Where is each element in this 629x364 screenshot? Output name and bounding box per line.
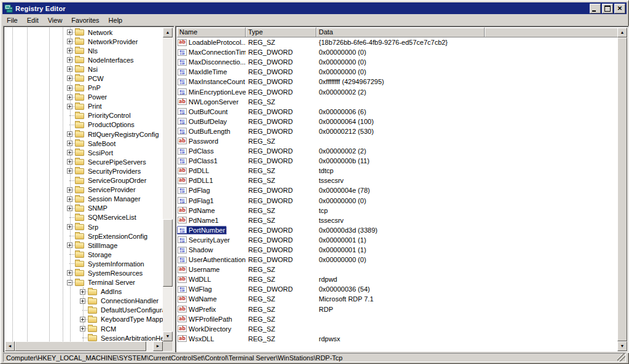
registry-value-row[interactable]: abPasswordREG_SZ (177, 136, 617, 146)
value-name-label[interactable]: SecurityLayer (189, 236, 230, 244)
tree-item[interactable]: ConnectionHandler (5, 296, 163, 306)
list-vertical-scrollbar[interactable]: ▲ ▼ (617, 28, 627, 351)
tree-item[interactable]: ScsiPort (5, 148, 163, 157)
registry-value-row[interactable]: 011110PdClassREG_DWORD0x00000002 (2) (177, 146, 617, 156)
tree-item-label[interactable]: PnP (87, 84, 102, 91)
tree-item[interactable]: RtlQueryRegistryConfig (5, 130, 163, 139)
value-name-label[interactable]: PdClass1 (189, 157, 217, 165)
minimize-button[interactable] (590, 4, 601, 14)
tree-item-label[interactable]: Storage (87, 251, 113, 258)
value-name-cell[interactable]: abUsername (177, 265, 246, 274)
tree-item-label[interactable]: Print (87, 103, 103, 110)
registry-value-row[interactable]: abPdDLL1REG_SZtssecsrv (177, 176, 617, 185)
registry-value-row[interactable]: 011110SecurityLayerREG_DWORD0x00000001 (… (177, 235, 617, 245)
registry-value-row[interactable]: 011110PdClass1REG_DWORD0x0000000b (11) (177, 156, 617, 166)
value-name[interactable]: 011110MaxInstanceCount (177, 77, 246, 86)
tree-item-label[interactable]: ServiceGroupOrder (87, 177, 147, 184)
tree-item[interactable]: SNMP (5, 204, 163, 213)
tree-item[interactable]: ServiceProvider (5, 185, 163, 195)
registry-value-row[interactable]: abUsernameREG_SZ (177, 265, 617, 274)
value-name-label[interactable]: MaxConnectionTime (189, 48, 246, 56)
value-name[interactable]: 011110OutBufLength (177, 127, 232, 136)
value-name-cell[interactable]: abPassword (177, 137, 246, 145)
value-name-cell[interactable]: abLoadableProtocol... (177, 38, 246, 47)
value-name-cell[interactable]: 011110MaxDisconnectio... (177, 58, 246, 66)
tree-item[interactable]: StillImage (5, 241, 163, 250)
menu-item-help[interactable]: Help (104, 15, 128, 25)
tree-item-label[interactable]: Nls (87, 47, 99, 55)
tree-item[interactable]: SafeBoot (5, 139, 163, 148)
registry-value-row[interactable]: abWdNameREG_SZMicrosoft RDP 7.1 (177, 294, 617, 304)
value-name-label[interactable]: OutBufCount (189, 108, 228, 115)
scroll-right-icon[interactable]: ► (153, 341, 163, 351)
value-name-cell[interactable]: abWsxDLL (177, 335, 246, 343)
registry-value-row[interactable]: 011110MaxConnectionTimeREG_DWORD0x000000… (177, 47, 617, 57)
registry-value-row[interactable]: 011110PdFlag1REG_DWORD0x00000000 (0) (177, 196, 617, 206)
menu-item-view[interactable]: View (44, 15, 68, 25)
tree-item[interactable]: Print (5, 102, 163, 111)
value-name-cell[interactable]: 011110MaxConnectionTime (177, 48, 246, 56)
scroll-up-icon[interactable]: ▲ (163, 28, 173, 37)
tree-item-label[interactable]: SrpExtensionConfig (87, 233, 149, 240)
value-name[interactable]: abWdName (177, 295, 219, 303)
value-name-label[interactable]: NWLogonServer (189, 98, 238, 106)
value-name-label[interactable]: PdName1 (189, 217, 219, 224)
value-name[interactable]: 011110SecurityLayer (177, 236, 232, 244)
tree-item-label[interactable]: ScsiPort (87, 149, 114, 157)
value-name-label[interactable]: WdDLL (189, 276, 211, 283)
tree-item[interactable]: PCW (5, 74, 163, 83)
value-name-cell[interactable]: abPdDLL (177, 166, 246, 175)
resize-grip-icon[interactable] (617, 354, 625, 362)
tree-item-label[interactable]: NetworkProvider (87, 38, 139, 45)
registry-value-row[interactable]: abWFProfilePathREG_SZ (177, 314, 617, 324)
registry-value-row[interactable]: 011110WdFlagREG_DWORD0x00000036 (54) (177, 284, 617, 294)
tree-item-label[interactable]: ConnectionHandler (100, 297, 160, 304)
tree-item-label[interactable]: SessionArbitrationHelper (100, 335, 163, 341)
registry-value-row[interactable]: 011110OutBufCountREG_DWORD0x00000006 (6) (177, 107, 617, 117)
tree-item-label[interactable]: PriorityControl (87, 112, 132, 119)
tree-vscroll-thumb[interactable] (163, 219, 173, 287)
value-name-label[interactable]: OutBufDelay (189, 118, 227, 125)
registry-value-row[interactable]: 011110UserAuthenticationREG_DWORD0x00000… (177, 255, 617, 265)
registry-value-row[interactable]: 011110ShadowREG_DWORD0x00000001 (1) (177, 245, 617, 255)
value-name-cell[interactable]: 011110Shadow (177, 246, 246, 254)
value-name[interactable]: 011110MaxIdleTime (177, 68, 229, 76)
value-name-cell[interactable]: abPdName1 (177, 216, 246, 225)
tree-item[interactable]: SQMServiceList (5, 213, 163, 222)
registry-value-row[interactable]: 011110PdFlagREG_DWORD0x0000004e (78) (177, 185, 617, 195)
registry-value-row[interactable]: 011110MaxDisconnectio...REG_DWORD0x00000… (177, 57, 617, 67)
value-name-label[interactable]: UserAuthentication (189, 256, 246, 263)
tree-item[interactable]: ServiceGroupOrder (5, 176, 163, 185)
tree-item-label[interactable]: Terminal Server (87, 279, 136, 286)
tree-item-label[interactable]: Power (87, 93, 108, 101)
registry-value-row[interactable]: 011110PortNumberREG_DWORD0x00000d3d (338… (177, 225, 617, 235)
expand-plus-icon[interactable] (67, 242, 72, 248)
expand-plus-icon[interactable] (67, 150, 72, 155)
tree-item[interactable]: NodeInterfaces (5, 55, 163, 64)
tree-item[interactable]: PriorityControl (5, 111, 163, 120)
tree-horizontal-scrollbar[interactable]: ◄ ► (5, 341, 163, 351)
value-name-cell[interactable]: 011110MaxInstanceCount (177, 77, 246, 86)
expand-plus-icon[interactable] (67, 39, 72, 44)
expand-plus-icon[interactable] (67, 141, 72, 146)
tree-item-label[interactable]: PCW (87, 75, 105, 82)
tree-item-label[interactable]: SafeBoot (87, 140, 117, 147)
value-name-cell[interactable]: 011110OutBufDelay (177, 117, 246, 126)
value-name-cell[interactable]: abWdDLL (177, 275, 246, 284)
registry-value-row[interactable]: 011110OutBufDelayREG_DWORD0x00000064 (10… (177, 117, 617, 126)
tree-item-label[interactable]: SQMServiceList (87, 214, 138, 221)
registry-value-row[interactable]: abWsxDLLREG_SZrdpwsx (177, 334, 617, 344)
column-header-type[interactable]: Type (246, 28, 316, 37)
value-name[interactable]: 011110UserAuthentication (177, 255, 246, 264)
tree-item-label[interactable]: KeyboardType Mapping (100, 316, 163, 323)
expand-plus-icon[interactable] (80, 289, 85, 295)
tree-item[interactable]: Nls (5, 46, 163, 55)
value-name-cell[interactable]: 011110MinEncryptionLevel (177, 88, 246, 96)
value-name[interactable]: abPdDLL1 (177, 176, 215, 185)
close-button[interactable]: ✕ (614, 4, 625, 14)
tree-item-label[interactable]: Srp (87, 223, 100, 231)
tree-item[interactable]: RCM (5, 324, 163, 333)
registry-value-row[interactable]: 011110MaxIdleTimeREG_DWORD0x00000000 (0) (177, 67, 617, 77)
tree-item-label[interactable]: SystemInformation (87, 260, 146, 268)
expand-plus-icon[interactable] (67, 95, 72, 100)
